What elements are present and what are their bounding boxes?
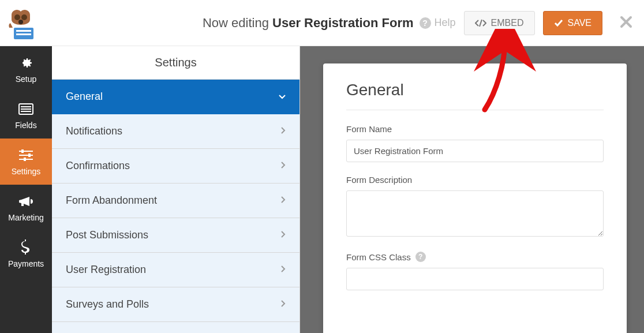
check-icon: [554, 19, 563, 27]
dollar-icon: [18, 240, 34, 256]
svg-rect-11: [21, 108, 31, 110]
chevron-right-icon: [281, 300, 286, 309]
save-label: SAVE: [568, 18, 592, 28]
form-name-label: Form Name: [346, 124, 604, 134]
nav-label: Payments: [8, 259, 44, 268]
form-description-field: Form Description: [346, 175, 604, 239]
editing-label: Now editing User Registration Form: [203, 16, 414, 31]
form-css-label: Form CSS Class ?: [346, 252, 604, 262]
svg-rect-5: [16, 33, 31, 35]
embed-label: EMBED: [491, 18, 524, 28]
chevron-right-icon: [281, 127, 286, 136]
svg-rect-17: [28, 154, 31, 157]
logo: [6, 6, 40, 40]
svg-point-2: [18, 20, 23, 24]
form-css-input[interactable]: [346, 268, 604, 290]
settings-item-general[interactable]: General: [52, 80, 299, 114]
settings-item-label: General: [66, 91, 103, 103]
settings-item-notifications[interactable]: Notifications: [52, 114, 299, 149]
form-name-input[interactable]: [346, 140, 604, 162]
nav-item-fields[interactable]: Fields: [0, 92, 52, 139]
close-button[interactable]: [620, 16, 632, 31]
code-icon: [475, 19, 486, 27]
nav-label: Settings: [12, 167, 41, 176]
sliders-icon: [18, 147, 34, 163]
panel-heading: General: [346, 81, 604, 110]
form-css-field: Form CSS Class ?: [346, 252, 604, 290]
svg-point-1: [21, 14, 27, 20]
settings-item-confirmations[interactable]: Confirmations: [52, 149, 299, 184]
settings-item-label: Notifications: [66, 125, 122, 137]
settings-item-user-registration[interactable]: User Registration: [52, 253, 299, 287]
general-panel: General Form Name Form Description Form …: [323, 63, 627, 333]
form-css-label-text: Form CSS Class: [346, 252, 411, 262]
chevron-right-icon: [281, 265, 286, 274]
preview-area: General Form Name Form Description Form …: [300, 46, 644, 333]
main-area: Setup Fields: [0, 46, 644, 333]
settings-heading: Settings: [52, 46, 299, 80]
svg-rect-18: [24, 158, 26, 161]
form-description-input[interactable]: [346, 190, 604, 237]
svg-rect-4: [16, 30, 31, 32]
settings-item-label: Form Abandonment: [66, 194, 157, 207]
help-link[interactable]: ? Help: [420, 17, 456, 29]
settings-item-label: Confirmations: [66, 160, 130, 172]
nav-label: Marketing: [8, 213, 43, 222]
svg-rect-14: [19, 155, 33, 156]
nav-label: Setup: [16, 74, 37, 84]
form-title: User Registration Form: [272, 16, 414, 30]
nav-item-setup[interactable]: Setup: [0, 46, 52, 92]
svg-point-0: [14, 14, 20, 20]
list-icon: [18, 101, 34, 117]
help-label: Help: [435, 17, 456, 29]
nav-item-payments[interactable]: Payments: [0, 231, 52, 277]
chevron-right-icon: [281, 162, 286, 170]
megaphone-icon: [18, 193, 34, 209]
editing-prefix: Now editing: [203, 16, 269, 30]
settings-item-label: User Registration: [66, 264, 146, 276]
gear-icon: [18, 55, 34, 71]
svg-line-6: [480, 20, 482, 27]
save-button[interactable]: SAVE: [543, 11, 603, 35]
settings-column: Settings General Notifications Confirmat…: [52, 46, 300, 333]
svg-rect-10: [21, 106, 31, 107]
settings-item-label: Post Submissions: [66, 229, 148, 241]
settings-item-label: Surveys and Polls: [66, 298, 149, 310]
top-bar: Now editing User Registration Form ? Hel…: [0, 0, 644, 46]
settings-item-surveys-polls[interactable]: Surveys and Polls: [52, 287, 299, 322]
settings-item-form-abandonment[interactable]: Form Abandonment: [52, 184, 299, 218]
help-icon: ?: [420, 17, 431, 29]
chevron-right-icon: [281, 231, 286, 240]
svg-rect-13: [19, 151, 33, 152]
chevron-down-icon: [279, 93, 286, 101]
settings-item-post-submissions[interactable]: Post Submissions: [52, 218, 299, 253]
svg-rect-16: [21, 149, 24, 153]
form-name-field: Form Name: [346, 124, 604, 162]
form-description-label: Form Description: [346, 175, 604, 185]
nav-label: Fields: [15, 121, 36, 130]
embed-button[interactable]: EMBED: [464, 11, 535, 35]
left-nav: Setup Fields: [0, 46, 52, 333]
nav-item-marketing[interactable]: Marketing: [0, 185, 52, 231]
nav-item-settings[interactable]: Settings: [0, 139, 52, 185]
settings-list[interactable]: General Notifications Confirmations Form…: [52, 80, 299, 333]
help-icon[interactable]: ?: [415, 252, 426, 262]
chevron-right-icon: [281, 196, 286, 205]
svg-rect-12: [21, 111, 31, 112]
